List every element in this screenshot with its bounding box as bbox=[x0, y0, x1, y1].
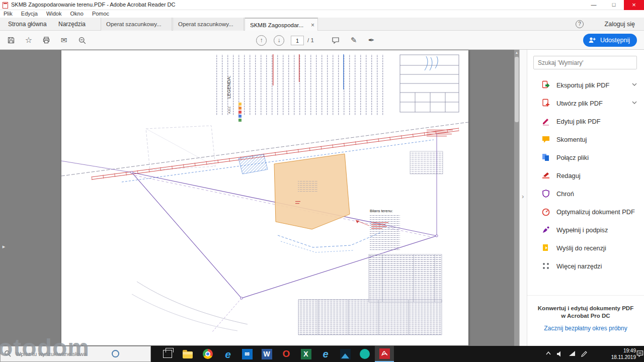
share-button[interactable]: Udostępnij bbox=[583, 34, 637, 47]
edit-pdf-icon bbox=[541, 117, 550, 126]
acrobat-reader-icon bbox=[379, 348, 390, 359]
acrobat-reader-button[interactable] bbox=[375, 346, 394, 362]
groove-icon bbox=[360, 349, 370, 359]
task-view-button[interactable] bbox=[158, 346, 177, 362]
document-viewport: ▸ LEGENDA: A,B, bbox=[0, 50, 519, 346]
tab-tools[interactable]: Narzędzia bbox=[52, 18, 92, 31]
combine-files-icon bbox=[541, 153, 550, 162]
excel-icon: X bbox=[301, 349, 311, 359]
chrome-button[interactable] bbox=[198, 346, 217, 362]
tool-label: Wyślij do recenzji bbox=[556, 244, 606, 252]
scrollbar-thumb[interactable] bbox=[515, 57, 519, 122]
tool-fill-sign[interactable]: Wypełnij i podpisz bbox=[527, 221, 644, 239]
document-tab-2[interactable]: Operat szacunkowy... bbox=[173, 18, 244, 31]
tool-label: Więcej narzędzi bbox=[556, 262, 602, 270]
close-button[interactable]: × bbox=[624, 0, 644, 10]
taskbar-clock[interactable]: 19:49 18.11.2019 bbox=[601, 347, 636, 360]
menu-edycja[interactable]: Edycja bbox=[18, 10, 41, 17]
tool-protect[interactable]: Chroń bbox=[527, 185, 644, 203]
file-explorer-button[interactable] bbox=[178, 346, 197, 362]
zoom-out-icon[interactable] bbox=[76, 35, 88, 47]
scroll-up-icon[interactable]: ▲ bbox=[514, 50, 519, 56]
left-pane-expand-arrow[interactable]: ▸ bbox=[1, 240, 7, 253]
tool-label: Redaguj bbox=[556, 172, 581, 179]
export-pdf-icon bbox=[541, 80, 550, 89]
tab-home[interactable]: Strona główna bbox=[2, 18, 53, 31]
cortana-icon[interactable] bbox=[112, 350, 119, 357]
title-block bbox=[400, 55, 459, 112]
panel-collapse-icon[interactable]: › bbox=[522, 193, 524, 200]
pen-tray-icon[interactable] bbox=[581, 350, 588, 357]
help-icon[interactable]: ? bbox=[576, 20, 584, 28]
page-down-icon[interactable]: ↓ bbox=[274, 35, 284, 46]
chevron-down-icon bbox=[632, 82, 637, 87]
page-count-label: / 1 bbox=[307, 37, 314, 43]
tool-more-tools[interactable]: Więcej narzędzi bbox=[527, 257, 644, 275]
excel-button[interactable]: X bbox=[296, 346, 315, 362]
tool-label: Optymalizuj dokument PDF bbox=[556, 208, 635, 216]
tool-optimize-pdf[interactable]: Optymalizuj dokument PDF bbox=[527, 203, 644, 221]
tool-combine-files[interactable]: Połącz pliki bbox=[527, 148, 644, 166]
clock-time: 19:49 bbox=[601, 347, 636, 354]
favorite-star-icon[interactable]: ☆ bbox=[23, 35, 35, 47]
protect-shield-icon bbox=[541, 189, 550, 198]
tab-close-icon[interactable]: × bbox=[311, 19, 314, 31]
pdf-page: LEGENDA: A,B,C bbox=[61, 50, 468, 345]
document-tab-active[interactable]: SKMB Zagospodar... × bbox=[245, 18, 318, 31]
page-up-icon[interactable]: ↑ bbox=[256, 35, 267, 46]
network-icon[interactable] bbox=[569, 350, 576, 357]
panel-footer-divider bbox=[527, 295, 644, 296]
groove-button[interactable] bbox=[355, 346, 374, 362]
tool-comment[interactable]: Skomentuj bbox=[527, 130, 644, 148]
tools-search-input[interactable] bbox=[533, 56, 637, 69]
title-bar: SKMB Zagospodarowanie terenu.PDF - Adobe… bbox=[0, 0, 644, 10]
tab-bar: Strona główna Narzędzia Operat szacunkow… bbox=[0, 18, 644, 31]
tool-export-pdf[interactable]: Eksportuj plik PDF bbox=[527, 76, 644, 94]
comment-icon[interactable] bbox=[330, 35, 342, 47]
internet-explorer-icon: e bbox=[323, 348, 328, 360]
task-view-icon bbox=[163, 350, 172, 358]
opera-button[interactable]: O bbox=[277, 346, 296, 362]
menu-bar: Plik Edycja Widok Okno Pomoc bbox=[0, 10, 644, 18]
print-icon[interactable] bbox=[40, 35, 52, 47]
email-icon[interactable]: ✉ bbox=[58, 35, 70, 47]
menu-widok[interactable]: Widok bbox=[43, 10, 65, 17]
share-person-icon bbox=[588, 36, 596, 44]
action-center-icon[interactable] bbox=[636, 350, 644, 357]
minimize-button[interactable]: — bbox=[584, 0, 604, 10]
tool-label: Chroń bbox=[556, 190, 574, 198]
page-number-input[interactable] bbox=[291, 36, 304, 45]
menu-plik[interactable]: Plik bbox=[0, 10, 16, 17]
active-tab-label: SKMB Zagospodar... bbox=[250, 22, 303, 28]
clock-date: 18.11.2019 bbox=[601, 354, 636, 360]
tool-label: Edytuj plik PDF bbox=[556, 118, 600, 125]
volume-icon[interactable] bbox=[556, 350, 564, 357]
tool-edit-pdf[interactable]: Edytuj plik PDF bbox=[527, 112, 644, 130]
tray-expand-icon[interactable] bbox=[545, 350, 551, 356]
photos-button[interactable] bbox=[336, 346, 355, 362]
otodom-watermark: otodom bbox=[0, 334, 90, 361]
tool-redact[interactable]: Redaguj bbox=[527, 166, 644, 185]
document-tab-1[interactable]: Operat szacunkowy... bbox=[101, 18, 172, 31]
mail-button[interactable]: ✉ bbox=[237, 346, 257, 362]
site-plan-drawing: LEGENDA: A,B,C bbox=[61, 50, 468, 345]
windows-taskbar: e ✉ W O X e 19:49 18.11.2019 bbox=[0, 346, 644, 362]
more-tools-icon bbox=[541, 261, 550, 270]
word-button[interactable]: W bbox=[257, 346, 276, 362]
maximize-button[interactable]: □ bbox=[604, 0, 624, 10]
legend-color-chips bbox=[238, 103, 242, 122]
mail-icon: ✉ bbox=[242, 349, 253, 359]
pencil-annotate-icon[interactable]: ✎ bbox=[348, 35, 360, 47]
promo-line2: w Acrobat Pro DC bbox=[527, 312, 644, 320]
save-icon[interactable] bbox=[5, 35, 17, 47]
internet-explorer-button[interactable]: e bbox=[316, 346, 335, 362]
tool-send-review[interactable]: Wyślij do recenzji bbox=[527, 239, 644, 257]
menu-pomoc[interactable]: Pomoc bbox=[89, 10, 113, 17]
free-trial-link[interactable]: Zacznij bezpłatny okres próbny bbox=[527, 325, 644, 332]
tool-create-pdf[interactable]: Utwórz plik PDF bbox=[527, 94, 644, 112]
menu-okno[interactable]: Okno bbox=[67, 10, 87, 17]
sign-icon[interactable]: ✒ bbox=[365, 35, 377, 47]
edge-button[interactable]: e bbox=[218, 346, 237, 362]
login-link[interactable]: Zaloguj się bbox=[605, 18, 635, 31]
document-scrollbar[interactable]: ▲ bbox=[514, 50, 519, 346]
